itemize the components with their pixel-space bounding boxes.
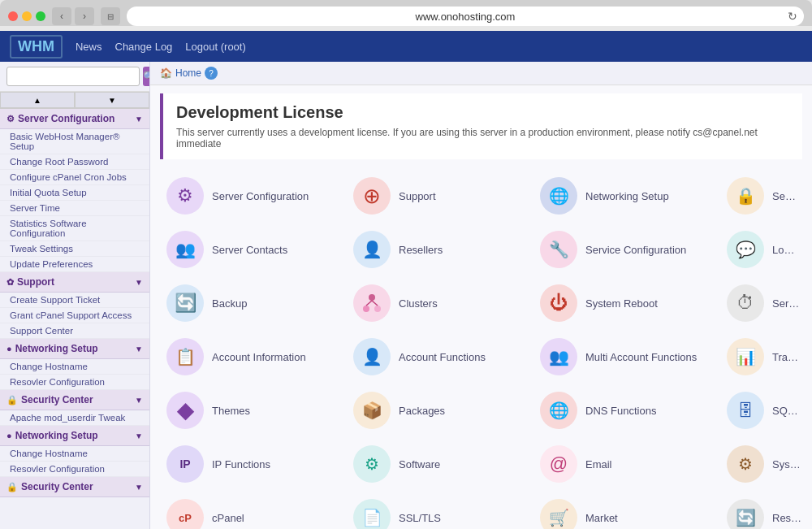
grid-item-label: cPanel (212, 512, 244, 524)
minimize-button[interactable] (22, 11, 32, 21)
sidebar-item-grant-access[interactable]: Grant cPanel Support Access (0, 308, 149, 323)
grid-item-dns[interactable]: 🌐 DNS Functions (533, 384, 720, 437)
grid-item-sys-health[interactable]: ⚙ Sys… (720, 437, 812, 491)
nav-buttons: ‹ › (52, 7, 94, 25)
sidebar-item-resolver-config[interactable]: Resovler Configuration (0, 375, 149, 390)
grid-item-ssl[interactable]: 📄 SSL/TLS (347, 491, 533, 529)
help-icon[interactable]: ? (205, 67, 218, 80)
grid-item-backup[interactable]: 🔄 Backup (160, 276, 347, 330)
chevron-down-icon: ▼ (135, 431, 143, 440)
grid-item-label: Resellers (399, 244, 443, 256)
grid-item-email[interactable]: @ Email (533, 437, 720, 491)
sidebar-item-tweak-settings[interactable]: Tweak Settings (0, 241, 149, 257)
sidebar-section-security-2[interactable]: 🔒Security Center ▼ (0, 477, 149, 497)
grid-item-software[interactable]: ⚙ Software (347, 437, 533, 491)
reboot-grid-icon: ⏻ (540, 284, 577, 322)
sidebar-item-update-prefs[interactable]: Update Preferences (0, 257, 149, 272)
nav-news[interactable]: News (76, 41, 102, 53)
grid-item-account-functions[interactable]: 👤 Account Functions (347, 330, 533, 384)
sidebar-item-root-password[interactable]: Change Root Password (0, 154, 149, 170)
forward-button[interactable]: › (75, 7, 94, 25)
scroll-up-button[interactable]: ▲ (0, 92, 75, 108)
sidebar-section-networking[interactable]: ●Networking Setup ▼ (0, 339, 149, 359)
transfer-grid-icon: 📊 (727, 338, 764, 375)
sidebar-item-basic-setup[interactable]: Basic WebHost Manager® Setup (0, 129, 149, 154)
url-text: www.onohosting.com (416, 11, 516, 23)
grid-item-label: Clusters (399, 297, 438, 310)
sidebar-section-support[interactable]: ✿Support ▼ (0, 272, 149, 293)
grid-item-label: System Reboot (585, 297, 658, 310)
grid-item-label: Networking Setup (585, 190, 669, 202)
svg-line-4 (372, 301, 378, 306)
grid-item-service-config[interactable]: 🔧 Service Configuration (533, 223, 720, 276)
email-grid-icon: @ (540, 445, 577, 483)
grid-item-restore[interactable]: 🔄 Res… (720, 491, 812, 529)
grid-item-label: SSL/TLS (399, 512, 441, 524)
grid-item-clusters[interactable]: Clusters (347, 276, 533, 330)
svg-point-0 (369, 294, 375, 301)
grid-item-server-contacts[interactable]: 👥 Server Contacts (160, 223, 347, 276)
scroll-down-button[interactable]: ▼ (75, 92, 149, 108)
grid-item-server-info[interactable]: ⏱ Ser… (720, 276, 812, 330)
sys-health-grid-icon: ⚙ (727, 445, 764, 483)
networking-icon: ● (6, 344, 12, 353)
grid-item-label: Packages (399, 405, 445, 417)
close-button[interactable] (8, 11, 18, 21)
grid-item-label: Service Configuration (585, 244, 686, 256)
grid-row-2: 👥 Server Contacts 👤 Resellers 🔧 Service … (160, 223, 802, 276)
svg-point-2 (374, 306, 381, 312)
back-button[interactable]: ‹ (52, 7, 71, 25)
sidebar-item-cron-jobs[interactable]: Configure cPanel Cron Jobs (0, 170, 149, 185)
grid-item-system-reboot[interactable]: ⏻ System Reboot (533, 276, 720, 330)
cpanel-grid-icon: cP (166, 499, 204, 529)
grid-item-packages[interactable]: 📦 Packages (347, 384, 533, 437)
grid-item-security[interactable]: 🔒 Se… (720, 169, 812, 223)
grid-item-cpanel[interactable]: cP cPanel (160, 491, 347, 529)
grid-item-networking[interactable]: 🌐 Networking Setup (533, 169, 720, 223)
grid-item-label: Ser… (772, 297, 799, 310)
sidebar-item-change-hostname-2[interactable]: Change Hostname (0, 446, 149, 462)
search-button[interactable]: 🔍 (143, 67, 150, 86)
nav-logout[interactable]: Logout (root) (185, 41, 245, 53)
sidebar-section-networking-2[interactable]: ●Networking Setup ▼ (0, 426, 149, 446)
sidebar-item-stats-software[interactable]: Statistics Software Configuration (0, 216, 149, 241)
grid-item-support[interactable]: ⊕ Support (347, 169, 533, 223)
grid-item-multi-account[interactable]: 👥 Multi Account Functions (533, 330, 720, 384)
grid-item-label: Server Contacts (212, 244, 287, 256)
address-bar[interactable]: www.onohosting.com ↻ (127, 7, 804, 26)
sidebar-section-security[interactable]: 🔒Security Center ▼ (0, 390, 149, 410)
svg-line-3 (366, 301, 372, 306)
grid-item-transfer[interactable]: 📊 Tra… (720, 330, 812, 384)
grid-item-label: Se… (772, 190, 796, 202)
grid-item-label: IP Functions (212, 458, 270, 470)
home-link[interactable]: Home (175, 67, 201, 79)
maximize-button[interactable] (36, 11, 45, 21)
grid-item-resellers[interactable]: 👤 Resellers (347, 223, 533, 276)
sidebar-item-support-center[interactable]: Support Center (0, 323, 149, 339)
sidebar-item-create-ticket[interactable]: Create Support Ticket (0, 293, 149, 308)
restore-grid-icon: 🔄 (727, 499, 764, 529)
sidebar-item-change-hostname[interactable]: Change Hostname (0, 359, 149, 375)
sidebar-item-resolver-config-2[interactable]: Resovler Configuration (0, 462, 149, 477)
grid-item-label: Res… (772, 512, 801, 524)
grid-item-label: Multi Account Functions (585, 351, 697, 363)
sidebar-item-server-time[interactable]: Server Time (0, 201, 149, 216)
sidebar-item-mod-userdir[interactable]: Apache mod_userdir Tweak (0, 410, 149, 426)
resellers-grid-icon: 👤 (353, 231, 391, 268)
refresh-button[interactable]: ↻ (788, 10, 797, 23)
sidebar-section-server-config[interactable]: ⚙Server Configuration ▼ (0, 109, 149, 129)
clusters-grid-icon (353, 284, 391, 322)
grid-item-label: Backup (212, 297, 247, 310)
search-input[interactable] (6, 67, 140, 86)
grid-item-ip-functions[interactable]: IP IP Functions (160, 437, 347, 491)
grid-item-market[interactable]: 🛒 Market (533, 491, 720, 529)
nav-changelog[interactable]: Change Log (115, 41, 173, 53)
grid-item-locale[interactable]: 💬 Lo… (720, 223, 812, 276)
grid-row-6: IP IP Functions ⚙ Software @ Email ⚙ Sys… (160, 437, 802, 491)
layout-button[interactable]: ⊟ (101, 7, 120, 25)
grid-item-sql[interactable]: 🗄 SQ… (720, 384, 812, 437)
sidebar-item-quota-setup[interactable]: Initial Quota Setup (0, 185, 149, 201)
grid-item-account-info[interactable]: 📋 Account Information (160, 330, 347, 384)
grid-item-server-config[interactable]: ⚙ Server Configuration (160, 169, 347, 223)
grid-item-themes[interactable]: ◆ Themes (160, 384, 347, 437)
